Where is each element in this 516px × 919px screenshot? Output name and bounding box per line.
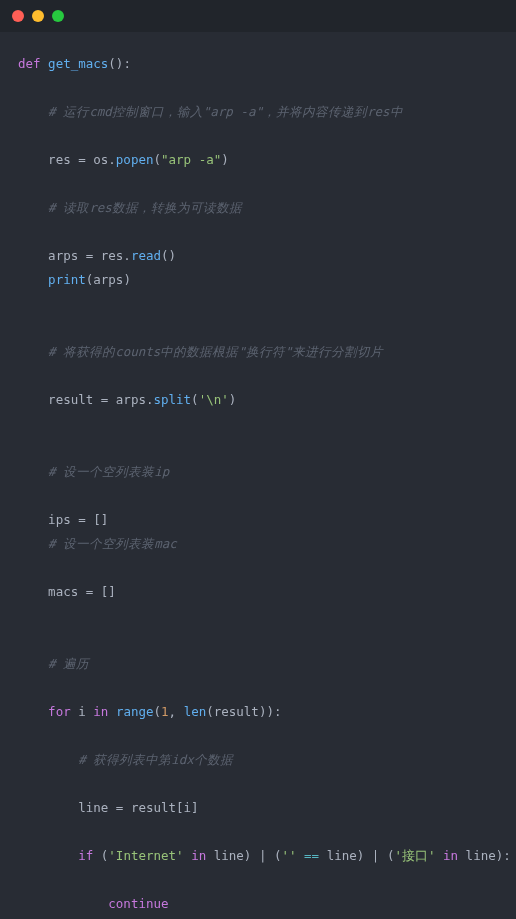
code-text: ips = [] (48, 512, 108, 527)
var: line (214, 848, 244, 863)
comment: # 设一个空列表装mac (48, 536, 177, 551)
var: line (327, 848, 357, 863)
zoom-icon[interactable] (52, 10, 64, 22)
keyword-continue: continue (108, 896, 168, 911)
string: 'Internet' (108, 848, 183, 863)
number: 1 (161, 704, 169, 719)
operator: == (304, 848, 319, 863)
string: '' (281, 848, 296, 863)
minimize-icon[interactable] (32, 10, 44, 22)
keyword-in: in (191, 848, 206, 863)
code-text: arps = res. (48, 248, 131, 263)
function-name: get_macs (48, 56, 108, 71)
keyword-for: for (48, 704, 71, 719)
keyword-in: in (443, 848, 458, 863)
comment: # 设一个空列表装ip (48, 464, 169, 479)
code-text: line = result[i] (78, 800, 198, 815)
editor-window: def get_macs(): # 运行cmd控制窗口，输入"arp -a"，并… (0, 0, 516, 919)
method: split (153, 392, 191, 407)
comma: , (169, 704, 184, 719)
keyword-if: if (78, 848, 93, 863)
comment: # 遍历 (48, 656, 89, 671)
comment: # 获得列表中第idx个数据 (78, 752, 233, 767)
method: popen (116, 152, 154, 167)
builtin: range (116, 704, 154, 719)
code-text: result = arps. (48, 392, 153, 407)
builtin: len (184, 704, 207, 719)
code-text: macs = [] (48, 584, 116, 599)
close-icon[interactable] (12, 10, 24, 22)
method: read (131, 248, 161, 263)
comment: # 运行cmd控制窗口，输入"arp -a"，并将内容传递到res中 (48, 104, 402, 119)
comment: # 将获得的counts中的数据根据"换行符"来进行分割切片 (48, 344, 383, 359)
paren: ( (154, 704, 162, 719)
call: () (161, 248, 176, 263)
keyword-in: in (93, 704, 108, 719)
paren: (result)): (206, 704, 281, 719)
builtin: print (48, 272, 86, 287)
string: "arp -a" (161, 152, 221, 167)
string: '接口' (394, 848, 435, 863)
var: i (78, 704, 86, 719)
code-text: res = os. (48, 152, 116, 167)
keyword-def: def (18, 56, 41, 71)
code-block: def get_macs(): # 运行cmd控制窗口，输入"arp -a"，并… (0, 32, 516, 919)
titlebar (0, 0, 516, 32)
call: (arps) (86, 272, 131, 287)
string: '\n' (199, 392, 229, 407)
paren: (): (108, 56, 131, 71)
comment: # 读取res数据，转换为可读数据 (48, 200, 242, 215)
var: line (466, 848, 496, 863)
